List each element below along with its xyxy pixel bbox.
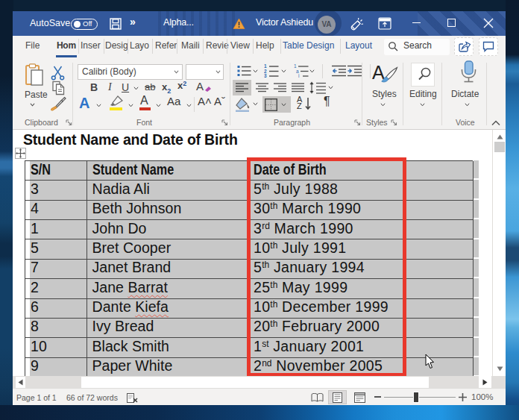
svg-text:i: i (298, 73, 299, 78)
svg-text:3: 3 (264, 73, 267, 78)
